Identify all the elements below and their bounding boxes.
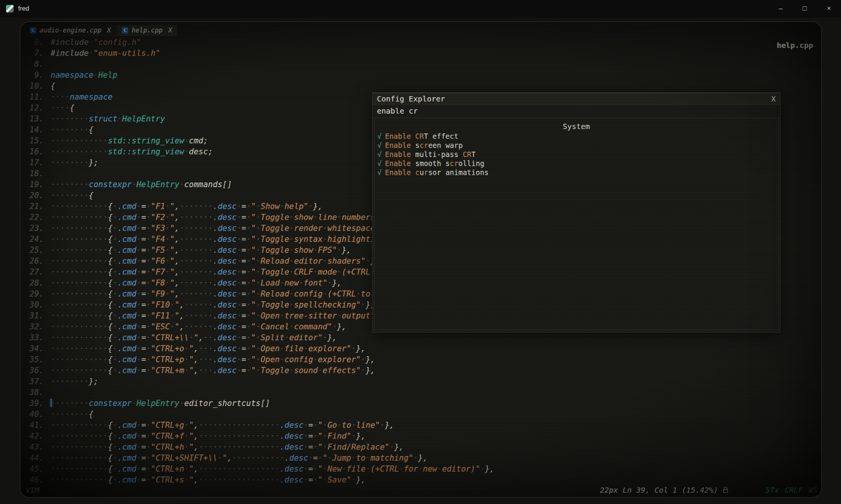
line-number: 10. (24, 81, 44, 92)
line-number: 18. (24, 168, 44, 179)
line-number: 37. (24, 376, 44, 387)
line-number: 8. (24, 59, 44, 70)
line-content: ····namespace (51, 92, 112, 101)
tab-close-icon[interactable]: X (107, 27, 111, 34)
line-content: ········struct·HelpEntry (51, 114, 165, 123)
line-number: 34. (24, 343, 44, 354)
line-content: ············{·.cmd·=·"CTRL+g·",·········… (51, 421, 394, 430)
line-content: ············{·.cmd·=·"CTRL+s·",·········… (51, 475, 366, 484)
line-number: 13. (24, 114, 44, 124)
line-content: ············std::string_view·desc; (51, 147, 213, 156)
code-line[interactable]: 45.············{·.cmd·=·"CTRL+n·",······… (24, 464, 821, 475)
maximize-button[interactable]: □ (793, 0, 817, 17)
tab-audio-engine.cpp[interactable]: Caudio-engine.cppX (25, 25, 116, 36)
line-number: 33. (24, 332, 44, 343)
line-number: 12. (24, 103, 44, 114)
code-line[interactable]: 8. (24, 59, 821, 70)
code-line[interactable]: 39.········constexpr·HelpEntry·editor_sh… (24, 398, 821, 409)
line-number: 15. (24, 135, 44, 146)
config-section-header: System (374, 121, 778, 132)
checkbox-checked-icon[interactable]: √ (377, 150, 381, 158)
close-button[interactable]: × (817, 0, 841, 17)
line-content: ············{·.cmd·=·"F3·",·······.desc·… (51, 224, 394, 233)
line-number: 32. (24, 321, 44, 332)
tab-help.cpp[interactable]: Chelp.cppX (117, 25, 177, 36)
config-option[interactable]: √Enable CRT effect (374, 132, 778, 141)
line-number: 40. (24, 409, 44, 420)
status-flag-WS: WS (809, 486, 818, 495)
checkbox-checked-icon[interactable]: √ (377, 141, 381, 149)
line-content: ············{·.cmd·=·"F10·",······.desc·… (51, 300, 375, 309)
code-line[interactable]: 35.············{·.cmd·=·"CTRL+p·",···.de… (24, 354, 821, 365)
line-content: ············{·.cmd·=·"CTRL+m·",···.desc·… (51, 366, 375, 375)
line-content: ············{·.cmd·=·"ESC·",······.desc·… (51, 322, 346, 331)
line-content: ········}; (51, 377, 98, 386)
line-number: 28. (24, 278, 44, 289)
lock-icon (723, 486, 729, 494)
config-close-icon[interactable]: X (771, 94, 776, 103)
minimize-button[interactable]: – (769, 0, 793, 17)
line-number: 6. (24, 37, 44, 48)
editor-screen: Caudio-engine.cppXChelp.cppX help.cpp 6.… (20, 22, 822, 498)
config-explorer-dialog: Config Explorer X enable cr System √Enab… (372, 92, 781, 333)
line-number: 27. (24, 267, 44, 278)
code-line[interactable]: 38. (24, 387, 821, 398)
code-line[interactable]: 7.#include·"enum-utils.h" (24, 48, 821, 59)
tab-label: audio-engine.cpp (40, 27, 101, 34)
line-number: 41. (24, 420, 44, 431)
code-line[interactable]: 37.········}; (24, 376, 821, 387)
line-number: 21. (24, 201, 44, 212)
code-line[interactable]: 43.············{·.cmd·=·"CTRL+h·",······… (24, 442, 821, 453)
code-line[interactable]: 42.············{·.cmd·=·"CTRL+f·",······… (24, 431, 821, 442)
line-content: ············{·.cmd·=·"CTRL+f·",·········… (51, 432, 366, 441)
config-option[interactable]: √Enable smooth scrolling (374, 159, 778, 168)
line-content: ············{·.cmd·=·"F5·",·······.desc·… (51, 246, 351, 255)
line-content: ········constexpr·HelpEntry·editor_short… (51, 399, 270, 408)
line-number: 46. (24, 475, 44, 486)
editor-content: Caudio-engine.cppXChelp.cppX help.cpp 6.… (0, 17, 841, 504)
checkbox-checked-icon[interactable]: √ (377, 159, 381, 167)
line-content: #include·"config.h" (51, 38, 141, 47)
line-content: ············{·.cmd·=·"F4·",·······.desc·… (51, 235, 404, 244)
config-title-bar: Config Explorer X (372, 93, 780, 105)
config-search-input[interactable]: enable cr (372, 105, 780, 117)
config-option[interactable]: √Enable screen warp (374, 141, 778, 150)
line-content: ············{·.cmd·=·"CTRL+\\·",··.desc·… (51, 333, 337, 342)
code-line[interactable]: 46.············{·.cmd·=·"CTRL+s·",······… (24, 475, 821, 486)
config-option[interactable]: √Enable multi-pass CRT (374, 150, 778, 159)
window-controls: – □ × (769, 0, 841, 17)
line-number: 44. (24, 453, 44, 464)
line-content: ············{·.cmd·=·"F2·",·······.desc·… (51, 213, 394, 222)
line-number: 43. (24, 442, 44, 453)
line-number: 36. (24, 365, 44, 376)
line-content: ············{·.cmd·=·"F11·",······.desc·… (51, 311, 389, 320)
line-number: 19. (24, 179, 44, 190)
line-number: 20. (24, 190, 44, 201)
line-content: ········}; (51, 158, 98, 167)
status-position-info: 22px Ln 39, Col 1 (15.42%) (600, 486, 718, 495)
cpp-file-icon: C (30, 27, 36, 34)
window-title: fred (18, 5, 29, 12)
line-content: ············{·.cmd·=·"F8·",·······.desc·… (51, 278, 342, 287)
app-icon (6, 5, 14, 12)
code-line[interactable]: 9.namespace·Help (24, 70, 821, 81)
code-line[interactable]: 10.{ (24, 81, 821, 92)
checkbox-checked-icon[interactable]: √ (377, 168, 381, 177)
config-results: √Enable CRT effect√Enable screen warp√En… (374, 132, 778, 177)
status-mode: VIM (26, 486, 39, 495)
line-number: 24. (24, 234, 44, 245)
config-option[interactable]: √Enable cursor animations (374, 168, 778, 177)
line-content: ············{·.cmd·=·"CTRL+SHIFT+\\·",··… (51, 453, 427, 463)
line-number: 39. (24, 398, 44, 409)
checkbox-checked-icon[interactable]: √ (377, 132, 381, 140)
code-line[interactable]: 40.········{ (24, 409, 821, 420)
code-line[interactable]: 33.············{·.cmd·=·"CTRL+\\·",··.de… (24, 332, 821, 343)
line-number: 22. (24, 212, 44, 223)
line-content: namespace·Help (51, 71, 117, 80)
code-line[interactable]: 41.············{·.cmd·=·"CTRL+g·",······… (24, 420, 821, 431)
code-line[interactable]: 36.············{·.cmd·=·"CTRL+m·",···.de… (24, 365, 821, 376)
code-line[interactable]: 44.············{·.cmd·=·"CTRL+SHIFT+\\·"… (24, 453, 821, 464)
code-line[interactable]: 6.#include·"config.h" (24, 37, 821, 48)
code-line[interactable]: 34.············{·.cmd·=·"CTRL+o·",···.de… (24, 343, 821, 354)
tab-close-icon[interactable]: X (168, 27, 172, 34)
